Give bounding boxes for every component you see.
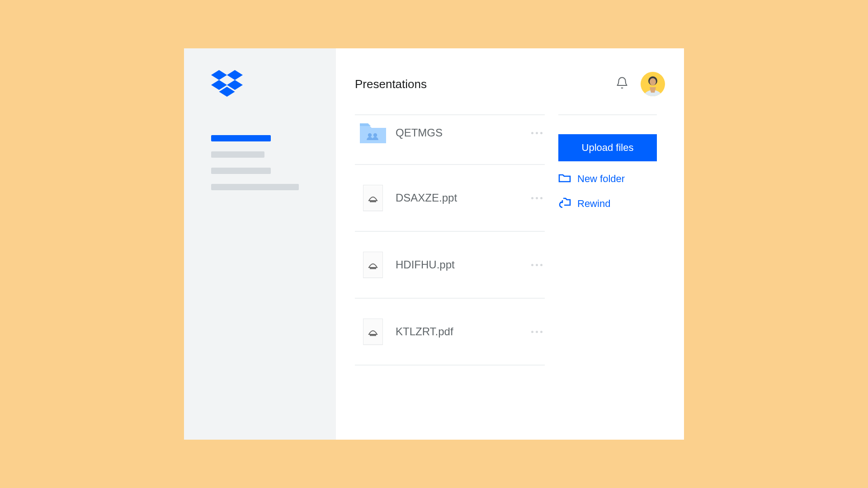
more-menu-icon[interactable] (528, 264, 545, 266)
user-avatar[interactable] (641, 72, 665, 96)
notifications-bell-icon[interactable] (615, 76, 629, 92)
file-list: QETMGS DSAXZE.ppt (355, 114, 545, 366)
svg-point-7 (368, 133, 372, 137)
dropbox-logo-icon[interactable] (211, 70, 311, 99)
file-row-folder[interactable]: QETMGS (355, 115, 545, 165)
svg-marker-0 (211, 70, 227, 80)
sidebar-item[interactable] (211, 184, 299, 190)
folder-outline-icon (558, 172, 571, 186)
svg-point-6 (650, 78, 656, 85)
more-menu-icon[interactable] (528, 197, 545, 199)
more-menu-icon[interactable] (528, 132, 545, 134)
more-menu-icon[interactable] (528, 331, 545, 333)
action-label: Rewind (577, 198, 610, 210)
rewind-link[interactable]: Rewind (558, 197, 657, 211)
file-row[interactable]: HDIFHU.ppt (355, 232, 545, 299)
main-content: Presentations (336, 48, 684, 440)
svg-marker-1 (227, 70, 243, 80)
svg-rect-10 (370, 268, 376, 269)
page-title: Presentations (355, 77, 427, 91)
upload-files-button[interactable]: Upload files (558, 134, 657, 161)
sidebar-item-active[interactable] (211, 135, 271, 141)
svg-rect-9 (370, 201, 376, 202)
document-icon (355, 319, 391, 345)
shared-folder-icon (355, 122, 391, 144)
file-name: QETMGS (391, 127, 528, 139)
action-label: New folder (577, 173, 625, 185)
new-folder-link[interactable]: New folder (558, 172, 657, 186)
document-icon (355, 185, 391, 211)
sidebar-item[interactable] (211, 151, 264, 158)
rewind-icon (558, 197, 571, 211)
content-row: QETMGS DSAXZE.ppt (355, 114, 665, 366)
file-name: DSAXZE.ppt (391, 192, 528, 204)
sidebar-nav (211, 135, 311, 190)
svg-rect-11 (370, 335, 376, 336)
svg-point-8 (373, 133, 377, 137)
document-icon (355, 252, 391, 278)
sidebar-item[interactable] (211, 168, 271, 174)
file-row[interactable]: DSAXZE.ppt (355, 165, 545, 232)
file-row[interactable]: KTLZRT.pdf (355, 299, 545, 366)
app-window: Presentations (184, 48, 684, 440)
sidebar (184, 48, 336, 440)
file-name: HDIFHU.ppt (391, 258, 528, 271)
header-actions (615, 72, 665, 96)
file-name: KTLZRT.pdf (391, 325, 528, 338)
actions-panel: Upload files New folder (558, 114, 657, 366)
header: Presentations (355, 72, 665, 96)
